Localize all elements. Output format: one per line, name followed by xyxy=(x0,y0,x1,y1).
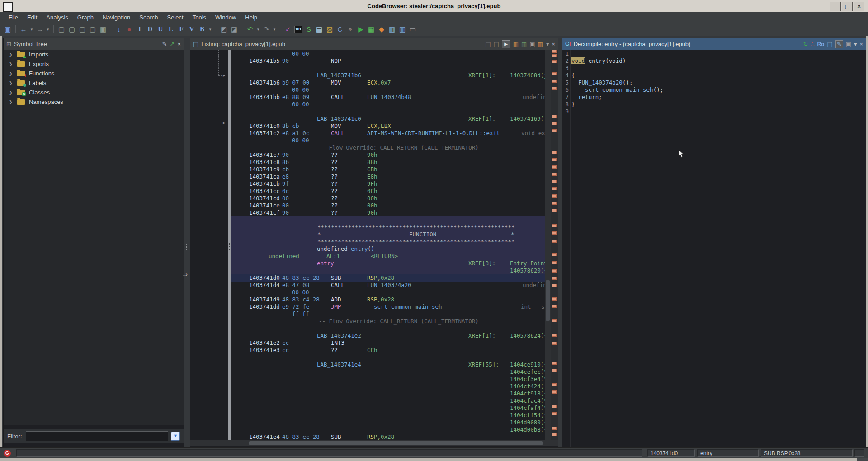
menu-help[interactable]: Help xyxy=(241,13,261,22)
listing-token[interactable]: 1403741e4 xyxy=(249,433,280,440)
listing-token[interactable]: LAB_1403741c0 xyxy=(317,115,361,122)
snapshot-icon[interactable]: ▣ xyxy=(846,41,851,48)
scrollbar-thumb[interactable] xyxy=(249,441,543,445)
listing-token[interactable]: ECX, xyxy=(367,79,381,86)
listing-row[interactable]: 1403741b6b9 07 00MOVECX,0x7 xyxy=(190,79,543,86)
code-token[interactable]: } xyxy=(571,101,575,108)
listing-row[interactable]: ****************************************… xyxy=(190,224,543,231)
listing-token[interactable]: 00 00 xyxy=(292,101,309,108)
listing-row[interactable]: 1403741d948 83 c4 28ADDRSP,0x28 xyxy=(190,296,543,303)
listing-row[interactable]: 1403741ce00??00h xyxy=(190,202,543,209)
listing-token[interactable]: 1403741d0 xyxy=(249,274,280,282)
listing-token[interactable]: 1403741c9 xyxy=(249,166,280,173)
patch-bytes-icon[interactable]: ▢ xyxy=(57,24,66,34)
analysis-marker[interactable] xyxy=(552,297,557,301)
listing-token[interactable]: entry xyxy=(351,245,368,253)
listing-marker-margin[interactable] xyxy=(551,50,558,440)
listing-token[interactable]: 1404cff54(* xyxy=(510,412,547,419)
decompile-line[interactable]: 5 FUN_140374a20(); xyxy=(562,79,866,86)
analysis-marker[interactable] xyxy=(552,87,557,90)
listing-token[interactable]: CALL xyxy=(331,282,344,289)
listing-token[interactable]: ?? xyxy=(331,202,338,209)
data-type-F-icon[interactable]: F xyxy=(176,24,186,34)
menu-search[interactable]: Search xyxy=(135,13,162,22)
menu-window[interactable]: Window xyxy=(211,13,240,22)
listing-token[interactable]: SUB xyxy=(331,433,341,440)
analysis-marker[interactable] xyxy=(552,50,557,53)
splitter-left[interactable]: ⇒ xyxy=(183,38,190,446)
listing-token[interactable]: 48 83 ec 28 xyxy=(282,433,320,440)
listing-token[interactable]: CALL xyxy=(331,130,344,137)
listing-token[interactable]: 1403741e2 xyxy=(249,339,280,347)
close-icon[interactable]: × xyxy=(177,41,181,48)
archive-icon[interactable]: ▨ xyxy=(325,24,335,34)
listing-token[interactable]: 1403741c0 xyxy=(249,122,280,130)
redo-dropdown-icon[interactable]: ▾ xyxy=(272,24,277,34)
copy-special-icon[interactable]: ▢ xyxy=(67,24,77,34)
data-type-U-icon[interactable]: U xyxy=(156,24,165,34)
listing-token[interactable]: * xyxy=(317,231,321,238)
copy-icon[interactable]: ▤ xyxy=(485,41,491,48)
redo-icon[interactable]: ↷ xyxy=(261,24,271,34)
diff-view-icon[interactable]: ▦ xyxy=(513,41,519,48)
listing-token[interactable]: NOP xyxy=(331,57,341,65)
listing-token[interactable]: 00h xyxy=(367,195,377,202)
listing-token[interactable]: RSP, xyxy=(367,274,381,282)
listing-row[interactable]: 1404d0080(* xyxy=(190,419,543,426)
listing-token[interactable]: 8Bh xyxy=(367,159,377,166)
analysis-marker[interactable] xyxy=(552,72,557,75)
listing-token[interactable]: AL:1 xyxy=(326,253,340,260)
paste-special-icon[interactable]: ▢ xyxy=(77,24,87,34)
listing-token[interactable]: e8 88 09 xyxy=(282,94,309,101)
listing-token[interactable]: ADD xyxy=(331,296,341,303)
listing-row[interactable]: ****************************************… xyxy=(190,238,543,245)
bookmarks-icon[interactable]: ▥ xyxy=(387,24,397,34)
chevron-right-icon[interactable]: ❯ xyxy=(9,52,17,57)
listing-row[interactable]: undefined entry() xyxy=(190,245,543,253)
symbol-tree-header[interactable]: ⊞ Symbol Tree ✎↗× xyxy=(4,38,184,50)
listing-token[interactable]: ECX,EBX xyxy=(367,122,391,130)
validate-icon[interactable]: ✓ xyxy=(283,24,293,34)
listing-token[interactable]: 0Ch xyxy=(367,188,377,195)
listing-token[interactable]: ****************************************… xyxy=(317,238,515,245)
listing-token[interactable]: ?? xyxy=(331,159,338,166)
listing-token[interactable]: FUN_140374a20 xyxy=(367,282,411,289)
undo-dropdown-icon[interactable]: ▾ xyxy=(255,24,261,34)
menu-select[interactable]: Select xyxy=(163,13,188,22)
listing-token[interactable]: ?? xyxy=(331,195,338,202)
decompile-line[interactable]: 6 __scrt_common_main_seh(); xyxy=(562,86,866,94)
analysis-marker[interactable] xyxy=(552,209,557,212)
analysis-marker[interactable] xyxy=(552,115,557,118)
menu-navigation[interactable]: Navigation xyxy=(99,13,134,22)
filter-input[interactable] xyxy=(26,431,169,441)
listing-token[interactable]: 1403741c8 xyxy=(249,159,280,166)
listing-token[interactable]: 1403741ce xyxy=(249,202,280,209)
listing-token[interactable]: XREF[3]: xyxy=(468,260,495,267)
binary-view-icon[interactable]: 101 xyxy=(293,24,303,34)
data-type-I-icon[interactable]: I xyxy=(135,24,145,34)
analysis-marker[interactable] xyxy=(552,158,557,161)
analysis-marker[interactable] xyxy=(552,269,557,273)
listing-vertical-scrollbar[interactable] xyxy=(545,50,551,440)
listing-token[interactable]: XREF[1]: xyxy=(468,332,495,339)
listing-row[interactable]: 1403741b590NOP xyxy=(190,57,543,65)
undo-icon[interactable]: ↶ xyxy=(245,24,255,34)
listing-row[interactable]: 00 00 xyxy=(190,137,543,144)
listing-token[interactable]: 90h xyxy=(367,151,377,159)
listing-token[interactable]: JMP xyxy=(331,303,341,310)
decompile-header[interactable]: Cf Decompile: entry - (captcha_privacy[1… xyxy=(562,38,866,50)
listing-token[interactable]: 1404cf3e4(* xyxy=(510,376,547,383)
forward-icon[interactable]: → xyxy=(35,24,45,34)
analysis-marker[interactable] xyxy=(552,390,557,394)
code-token[interactable]: (); xyxy=(653,86,664,93)
analysis-marker[interactable] xyxy=(552,405,557,408)
code-token[interactable]: FUN_140374a20 xyxy=(578,79,623,86)
code-token[interactable]: return xyxy=(578,94,599,100)
listing-row[interactable]: 1403741dde9 72 feJMP__scrt_common_main_s… xyxy=(190,303,543,310)
code-token[interactable]: (); xyxy=(623,79,633,86)
analysis-marker[interactable] xyxy=(552,231,557,235)
analysis-marker[interactable] xyxy=(552,80,557,83)
analysis-marker[interactable] xyxy=(552,342,557,345)
disassemble-icon[interactable]: ↓ xyxy=(114,24,124,34)
listing-header[interactable]: ▤ Listing: captcha_privacy[1].epub ▤▤►▦▥… xyxy=(190,38,558,50)
